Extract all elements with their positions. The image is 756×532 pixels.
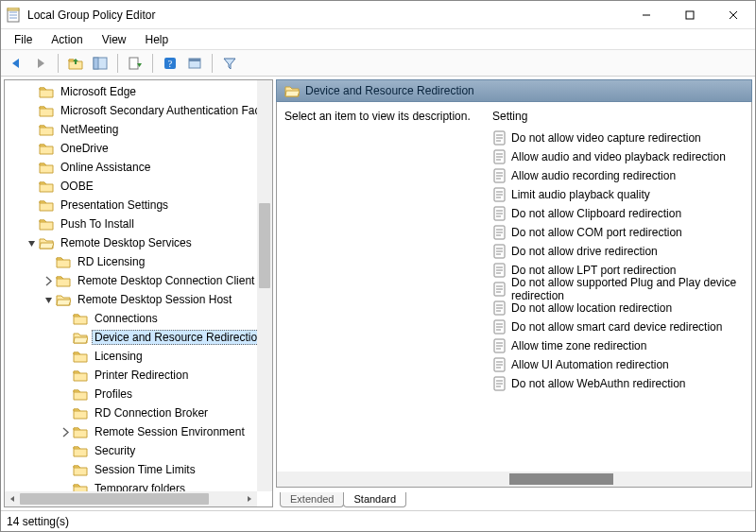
maximize-button[interactable]: [668, 1, 712, 29]
folder-icon: [39, 216, 54, 232]
right-pane: Device and Resource Redirection Select a…: [276, 79, 752, 507]
folder-icon: [73, 481, 88, 491]
tree-node[interactable]: OneDrive: [9, 139, 257, 158]
tree-node-label[interactable]: Push To Install: [58, 216, 137, 232]
tree-node-label[interactable]: RD Connection Broker: [92, 405, 211, 420]
forward-button[interactable]: [29, 52, 52, 75]
settings-list[interactable]: Setting Do not allow video capture redir…: [490, 102, 751, 472]
menu-view[interactable]: View: [93, 31, 136, 48]
properties-button[interactable]: [183, 52, 206, 75]
expand-icon[interactable]: [60, 426, 72, 438]
setting-row[interactable]: Allow audio and video playback redirecti…: [490, 147, 751, 166]
tree-node[interactable]: Session Time Limits: [9, 460, 257, 479]
collapse-icon[interactable]: [43, 294, 55, 306]
folder-icon: [73, 405, 88, 420]
tree-node[interactable]: OOBE: [9, 177, 257, 196]
tree-horizontal-scrollbar[interactable]: [5, 491, 257, 506]
tree-node[interactable]: Printer Redirection: [9, 366, 257, 385]
up-one-level-button[interactable]: [64, 52, 87, 75]
setting-row[interactable]: Do not allow WebAuthn redirection: [490, 374, 751, 393]
setting-row[interactable]: Limit audio playback quality: [490, 185, 751, 204]
setting-row[interactable]: Do not allow video capture redirection: [490, 129, 751, 147]
filter-button[interactable]: [218, 52, 241, 75]
setting-row[interactable]: Do not allow Clipboard redirection: [490, 204, 751, 223]
tree-node[interactable]: Security: [9, 441, 257, 460]
tree-node-label[interactable]: Connections: [92, 311, 161, 326]
tree-node-label[interactable]: Profiles: [92, 386, 135, 402]
tree-node-label[interactable]: Online Assistance: [58, 160, 153, 175]
tree-node[interactable]: Connections: [9, 309, 257, 328]
tree-node[interactable]: RD Licensing: [9, 252, 257, 271]
folder-icon: [73, 386, 88, 402]
tree-node-label[interactable]: Microsoft Secondary Authentication Facto…: [58, 103, 257, 118]
tree-node[interactable]: Presentation Settings: [9, 196, 257, 215]
setting-row[interactable]: Do not allow smart card device redirecti…: [490, 317, 751, 336]
tree-node-label[interactable]: Remote Session Environment: [92, 424, 248, 439]
tree-node[interactable]: RD Connection Broker: [9, 403, 257, 422]
folder-icon: [56, 292, 71, 307]
setting-label: Do not allow drive redirection: [511, 245, 658, 258]
folder-icon: [73, 349, 88, 364]
show-hide-tree-button[interactable]: [89, 52, 112, 75]
tree-node[interactable]: Profiles: [9, 385, 257, 403]
tree-node-label[interactable]: NetMeeting: [58, 122, 121, 137]
setting-label: Do not allow WebAuthn redirection: [511, 377, 686, 390]
tree-node-label[interactable]: OOBE: [58, 179, 96, 194]
tree-node-label[interactable]: RD Licensing: [75, 254, 147, 269]
tree-node[interactable]: Remote Session Environment: [9, 422, 257, 441]
tree-node[interactable]: Licensing: [9, 347, 257, 366]
setting-row[interactable]: Do not allow COM port redirection: [490, 223, 751, 242]
export-list-button[interactable]: [124, 52, 146, 75]
setting-row[interactable]: Allow time zone redirection: [490, 336, 751, 355]
svg-text:?: ?: [168, 59, 173, 69]
expand-icon[interactable]: [43, 275, 55, 287]
tree-node-label[interactable]: Licensing: [92, 349, 146, 364]
setting-row[interactable]: Allow audio recording redirection: [490, 166, 751, 185]
svg-rect-15: [129, 58, 138, 69]
setting-row[interactable]: Do not allow drive redirection: [490, 242, 751, 261]
menu-file[interactable]: File: [5, 31, 42, 48]
collapse-icon[interactable]: [26, 237, 38, 249]
tree-node[interactable]: Temporary folders: [9, 479, 257, 491]
tree-node-label[interactable]: Remote Desktop Connection Client: [75, 273, 257, 288]
tree-node[interactable]: Remote Desktop Connection Client: [9, 271, 257, 290]
tree-node[interactable]: Microsoft Edge: [9, 82, 257, 101]
tree-node[interactable]: Remote Desktop Session Host: [9, 290, 257, 309]
back-button[interactable]: [5, 52, 27, 75]
tree-node[interactable]: Microsoft Secondary Authentication Facto…: [9, 101, 257, 120]
policy-icon: [492, 225, 507, 240]
close-button[interactable]: [712, 1, 755, 29]
settings-horizontal-scrollbar[interactable]: [277, 472, 751, 487]
tree-node-label[interactable]: Security: [92, 443, 138, 458]
tree-node-label[interactable]: OneDrive: [58, 141, 112, 156]
tree-node-label[interactable]: Device and Resource Redirection: [92, 330, 257, 345]
help-button[interactable]: ?: [159, 52, 181, 75]
tree-node-label[interactable]: Printer Redirection: [92, 368, 191, 383]
menu-action[interactable]: Action: [42, 31, 92, 48]
tree-node-label[interactable]: Temporary folders: [92, 481, 188, 491]
tree-node[interactable]: Device and Resource Redirection: [9, 328, 257, 347]
tree-node[interactable]: NetMeeting: [9, 120, 257, 139]
tree-vertical-scrollbar[interactable]: [257, 80, 272, 491]
description-column: Select an item to view its description.: [277, 102, 490, 472]
setting-row[interactable]: Do not allow supported Plug and Play dev…: [490, 280, 751, 299]
tree-node-label[interactable]: Microsoft Edge: [58, 84, 139, 99]
minimize-button[interactable]: [625, 1, 668, 29]
tree-node-label[interactable]: Remote Desktop Session Host: [75, 292, 234, 307]
tree-node[interactable]: Online Assistance: [9, 158, 257, 177]
tree-node[interactable]: Push To Install: [9, 215, 257, 233]
tab-standard[interactable]: Standard: [343, 492, 406, 507]
tab-extended[interactable]: Extended: [280, 492, 344, 507]
setting-label: Limit audio playback quality: [511, 188, 650, 201]
tree[interactable]: Microsoft EdgeMicrosoft Secondary Authen…: [5, 80, 257, 491]
tree-pane: Microsoft EdgeMicrosoft Secondary Authen…: [4, 79, 273, 507]
setting-row[interactable]: Allow UI Automation redirection: [490, 355, 751, 374]
tree-node-label[interactable]: Presentation Settings: [58, 197, 171, 213]
tree-node-label[interactable]: Session Time Limits: [92, 462, 198, 477]
settings-column-header[interactable]: Setting: [490, 106, 751, 129]
folder-icon: [73, 462, 88, 477]
tree-node-label[interactable]: Remote Desktop Services: [58, 235, 195, 250]
tree-node[interactable]: Remote Desktop Services: [9, 233, 257, 252]
menu-help[interactable]: Help: [136, 31, 179, 48]
setting-label: Do not allow video capture redirection: [511, 131, 701, 145]
